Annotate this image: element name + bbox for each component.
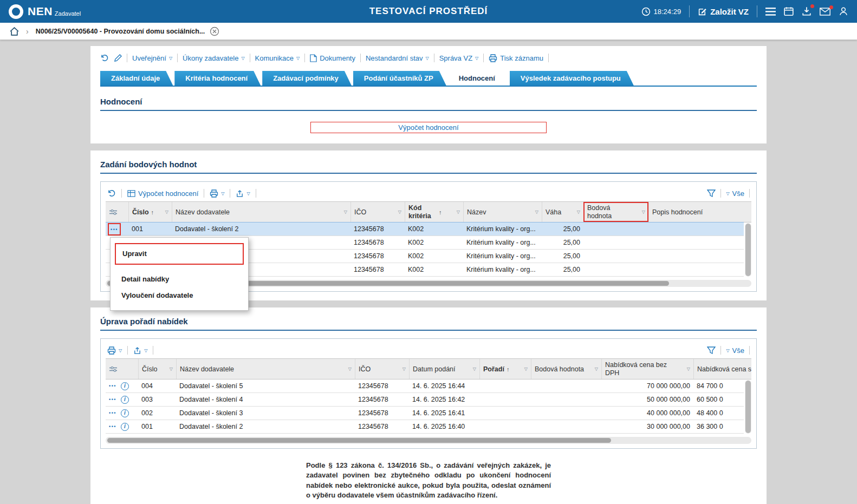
breadcrumb: › N006/25/V00005640 - Provozování domu s… <box>0 23 857 40</box>
column-header-bodova-hodnota[interactable]: Bodová hodnota ▽ <box>531 359 601 379</box>
notification-badge <box>810 4 814 8</box>
create-vz-button[interactable]: Založit VZ <box>698 7 749 16</box>
table-row[interactable]: •••i 002 Dodavatel - školení 3 12345678 … <box>106 407 744 420</box>
vertical-scrollbar[interactable] <box>745 380 751 434</box>
downloads-button[interactable] <box>802 6 811 16</box>
context-menu-item-upravit[interactable]: Upravit <box>115 243 244 265</box>
menu-komunikace[interactable]: Komunikace▽ <box>255 54 300 62</box>
filter-triangle-icon[interactable]: ▽ <box>163 210 168 214</box>
user-profile-button[interactable] <box>839 6 848 16</box>
grid-filter-button[interactable] <box>707 346 716 354</box>
column-header-ico[interactable]: IČO ▽ <box>355 359 409 379</box>
scrollbar-thumb[interactable] <box>107 438 611 443</box>
filter-funnel-icon <box>707 346 716 354</box>
table-row[interactable]: ••• 001 Dodavatel - školení 2 12345678 K… <box>106 222 744 236</box>
print-record-button[interactable]: Tisk záznamu <box>489 54 543 62</box>
breadcrumb-item-vz[interactable]: N006/25/V00005640 - Provozování domu soc… <box>36 27 220 36</box>
row-menu-highlight: ••• <box>109 224 120 234</box>
menu-uverejneni[interactable]: Uveřejnění▽ <box>132 54 172 62</box>
tab-podani-ucastniku[interactable]: Podání účastníků ZP <box>353 71 446 86</box>
table-row[interactable]: •••i 004 Dodavatel - školení 5 12345678 … <box>106 379 744 393</box>
tab-kriteria-hodnoceni[interactable]: Kritéria hodnocení <box>174 71 261 86</box>
column-header-cena-s-dph[interactable]: Nabídková cena s DPH <box>693 359 751 379</box>
chevron-down-icon: ▽ <box>726 348 729 353</box>
tab-zadavaci-podminky[interactable]: Zadávací podmínky <box>262 71 352 86</box>
menu-nestandardni-stav[interactable]: Nestandardní stav▽ <box>366 54 429 62</box>
grid-export-button[interactable]: ▽ <box>133 346 147 355</box>
column-settings-header[interactable] <box>106 202 128 222</box>
column-header-nazev-dodavatele[interactable]: Název dodavatele ▽ <box>176 359 355 379</box>
tab-hodnoceni[interactable]: Hodnocení <box>448 71 508 86</box>
info-icon[interactable]: i <box>121 423 129 431</box>
row-actions-button[interactable]: ••• <box>109 384 116 389</box>
info-icon[interactable]: i <box>121 382 129 390</box>
filter-triangle-icon[interactable]: ▽ <box>471 366 476 371</box>
column-header-cislo[interactable]: Číslo ↑ ▽ <box>128 202 172 222</box>
filter-triangle-icon[interactable]: ▽ <box>400 366 406 371</box>
menu-ukony-zadavatele[interactable]: Úkony zadavatele▽ <box>183 54 245 62</box>
info-icon[interactable]: i <box>121 396 129 404</box>
column-settings-header[interactable] <box>106 359 138 379</box>
grid-view-all-button[interactable]: ▽Vše <box>726 189 744 198</box>
main-menu-button[interactable] <box>765 8 776 16</box>
calendar-button[interactable] <box>784 6 794 16</box>
grid-filter-button[interactable] <box>707 189 716 197</box>
row-actions-button[interactable]: ••• <box>109 411 116 416</box>
filter-triangle-icon[interactable]: ▽ <box>533 210 538 214</box>
scrollbar-thumb[interactable] <box>745 224 751 276</box>
filter-triangle-icon[interactable]: ▽ <box>522 366 528 371</box>
tab-zakladni-udaje[interactable]: Základní údaje <box>100 71 173 86</box>
grid-print-button[interactable]: ▽ <box>210 189 224 198</box>
context-menu-item-vylouceni-dodavatele[interactable]: Vyloučení dodavatele <box>115 287 244 304</box>
filter-triangle-icon[interactable]: ▽ <box>346 366 352 371</box>
scrollbar-thumb[interactable] <box>745 381 751 433</box>
column-header-bodova-hodnota[interactable]: Bodová hodnota ▽ <box>583 202 648 222</box>
tab-vysledek-postupu[interactable]: Výsledek zadávacího postupu <box>510 71 634 86</box>
home-icon[interactable] <box>10 27 19 36</box>
undo-icon <box>107 189 116 198</box>
row-actions-button[interactable]: ••• <box>109 424 116 429</box>
menu-sprava-vz[interactable]: Správa VZ▽ <box>439 54 479 62</box>
table-row[interactable]: •••i 003 Dodavatel - školení 4 12345678 … <box>106 393 744 407</box>
filter-triangle-icon[interactable]: ▽ <box>396 210 401 214</box>
create-vz-label: Založit VZ <box>710 7 749 16</box>
column-header-kod-kriteria[interactable]: Kód kritéria ↑ ▽ <box>405 202 463 222</box>
divider <box>304 54 305 62</box>
close-icon[interactable] <box>210 27 219 36</box>
column-header-ico[interactable]: IČO ▽ <box>350 202 405 222</box>
grid-vypocet-hodnoceni-button[interactable]: Výpočet hodnocení <box>127 189 198 198</box>
grid-view-all-button[interactable]: ▽Vše <box>726 346 744 355</box>
column-header-nazev-dodavatele[interactable]: Název dodavatele ▽ <box>172 202 350 222</box>
column-header-cena-bez-dph[interactable]: Nabídková cena bez DPH ▽ <box>601 359 693 379</box>
filter-triangle-icon[interactable]: ▽ <box>640 210 645 214</box>
column-header-nazev[interactable]: Název ▽ <box>463 202 542 222</box>
filter-triangle-icon[interactable]: ▽ <box>167 366 173 371</box>
grid-print-button[interactable]: ▽ <box>107 346 122 355</box>
filter-triangle-icon[interactable]: ▽ <box>575 210 580 214</box>
refresh-button[interactable] <box>100 54 109 62</box>
column-header-poradi[interactable]: Pořadí ↑ ▽ <box>479 359 531 379</box>
chevron-down-icon: ▽ <box>426 56 429 61</box>
nen-logo-icon[interactable] <box>9 4 23 19</box>
filter-triangle-icon[interactable]: ▽ <box>342 210 347 214</box>
messages-button[interactable] <box>820 8 830 16</box>
horizontal-scrollbar[interactable] <box>106 437 751 444</box>
grid-export-button[interactable]: ▽ <box>236 189 250 198</box>
column-header-vaha[interactable]: Váha ▽ <box>542 202 583 222</box>
row-actions-button[interactable]: ••• <box>111 227 118 232</box>
column-header-popis-hodnoceni[interactable]: Popis hodnocení <box>648 202 751 222</box>
filter-triangle-icon[interactable]: ▽ <box>455 210 460 214</box>
edit-record-button[interactable] <box>114 54 122 62</box>
menu-dokumenty[interactable]: Dokumenty <box>310 54 355 62</box>
info-icon[interactable]: i <box>121 409 129 417</box>
grid-refresh-button[interactable] <box>107 189 116 198</box>
vypocet-hodnoceni-button[interactable]: Výpočet hodnocení <box>310 122 547 133</box>
context-menu-item-detail-nabidky[interactable]: Detail nabídky <box>115 271 244 287</box>
filter-triangle-icon[interactable]: ▽ <box>685 366 690 371</box>
column-header-datum-podani[interactable]: Datum podání ▽ <box>409 359 479 379</box>
table-row[interactable]: •••i 001 Dodavatel - školení 2 12345678 … <box>106 420 744 434</box>
filter-triangle-icon[interactable]: ▽ <box>593 366 598 371</box>
column-header-cislo[interactable]: Číslo ▽ <box>138 359 176 379</box>
row-actions-button[interactable]: ••• <box>109 397 116 402</box>
vertical-scrollbar[interactable] <box>745 223 751 277</box>
